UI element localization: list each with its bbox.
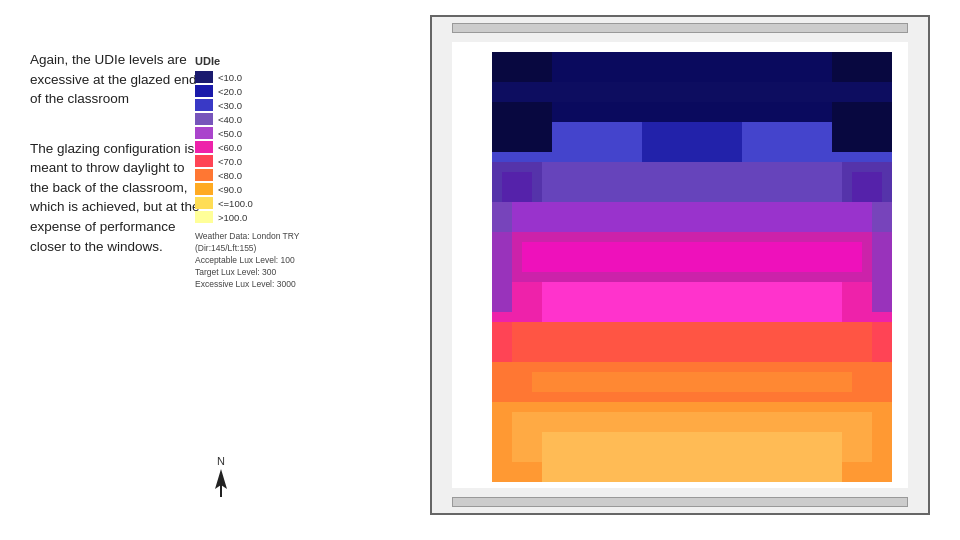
north-arrow-icon bbox=[213, 469, 229, 497]
legend-item-label: <30.0 bbox=[218, 100, 242, 111]
frame-scrollbar-top[interactable] bbox=[452, 23, 908, 33]
legend-footer: Weather Data: London TRY (Dir:145/Lft:15… bbox=[195, 231, 315, 290]
svg-rect-11 bbox=[522, 242, 862, 272]
map-content bbox=[452, 42, 908, 488]
legend-items: <10.0<20.0<30.0<40.0<50.0<60.0<70.0<80.0… bbox=[195, 71, 315, 223]
text-panel: Again, the UDIe levels are excessive at … bbox=[30, 50, 200, 286]
legend-color-swatch bbox=[195, 71, 213, 83]
legend-item: <50.0 bbox=[195, 127, 315, 139]
legend-item: <=100.0 bbox=[195, 197, 315, 209]
svg-rect-26 bbox=[872, 232, 892, 312]
legend-color-swatch bbox=[195, 113, 213, 125]
legend-item-label: <90.0 bbox=[218, 184, 242, 195]
svg-rect-24 bbox=[852, 172, 882, 202]
north-label: N bbox=[217, 455, 225, 467]
legend-item: >100.0 bbox=[195, 211, 315, 223]
svg-rect-13 bbox=[542, 282, 842, 322]
legend-item-label: <80.0 bbox=[218, 170, 242, 181]
svg-rect-15 bbox=[512, 322, 872, 362]
legend-item: <90.0 bbox=[195, 183, 315, 195]
legend-color-swatch bbox=[195, 85, 213, 97]
legend-color-swatch bbox=[195, 183, 213, 195]
svg-rect-27 bbox=[542, 432, 842, 482]
legend-color-swatch bbox=[195, 169, 213, 181]
footer-line-3: Target Lux Level: 300 bbox=[195, 267, 315, 279]
legend-item-label: <20.0 bbox=[218, 86, 242, 97]
legend-color-swatch bbox=[195, 155, 213, 167]
legend-item: <60.0 bbox=[195, 141, 315, 153]
legend-color-swatch bbox=[195, 141, 213, 153]
svg-rect-22 bbox=[492, 82, 892, 102]
text-block-1: Again, the UDIe levels are excessive at … bbox=[30, 50, 200, 109]
north-arrow: N bbox=[213, 455, 229, 497]
legend-item-label: <60.0 bbox=[218, 142, 242, 153]
footer-line-2: Acceptable Lux Level: 100 bbox=[195, 255, 315, 267]
legend-color-swatch bbox=[195, 211, 213, 223]
svg-rect-17 bbox=[532, 372, 852, 392]
legend-item-label: >100.0 bbox=[218, 212, 247, 223]
legend-item-label: <=100.0 bbox=[218, 198, 253, 209]
legend-panel: UDIe <10.0<20.0<30.0<40.0<50.0<60.0<70.0… bbox=[195, 55, 315, 290]
text-block-2: The glazing configuration is meant to th… bbox=[30, 139, 200, 256]
footer-line-1: Weather Data: London TRY (Dir:145/Lft:15… bbox=[195, 231, 315, 255]
legend-item: <70.0 bbox=[195, 155, 315, 167]
legend-title: UDIe bbox=[195, 55, 315, 67]
legend-item: <20.0 bbox=[195, 85, 315, 97]
legend-item-label: <50.0 bbox=[218, 128, 242, 139]
legend-item-label: <10.0 bbox=[218, 72, 242, 83]
frame-scrollbar-bottom[interactable] bbox=[452, 497, 908, 507]
legend-item: <40.0 bbox=[195, 113, 315, 125]
heatmap bbox=[492, 52, 892, 482]
legend-color-swatch bbox=[195, 127, 213, 139]
legend-item-label: <70.0 bbox=[218, 156, 242, 167]
svg-rect-25 bbox=[492, 232, 512, 312]
main-container: Again, the UDIe levels are excessive at … bbox=[0, 0, 960, 540]
legend-item: <80.0 bbox=[195, 169, 315, 181]
legend-item-label: <40.0 bbox=[218, 114, 242, 125]
svg-rect-7 bbox=[542, 162, 842, 202]
legend-color-swatch bbox=[195, 99, 213, 111]
footer-line-4: Excessive Lux Level: 3000 bbox=[195, 279, 315, 291]
legend-item: <30.0 bbox=[195, 99, 315, 111]
legend-item: <10.0 bbox=[195, 71, 315, 83]
svg-rect-23 bbox=[502, 172, 532, 202]
svg-rect-9 bbox=[512, 202, 872, 232]
legend-color-swatch bbox=[195, 197, 213, 209]
map-frame bbox=[430, 15, 930, 515]
